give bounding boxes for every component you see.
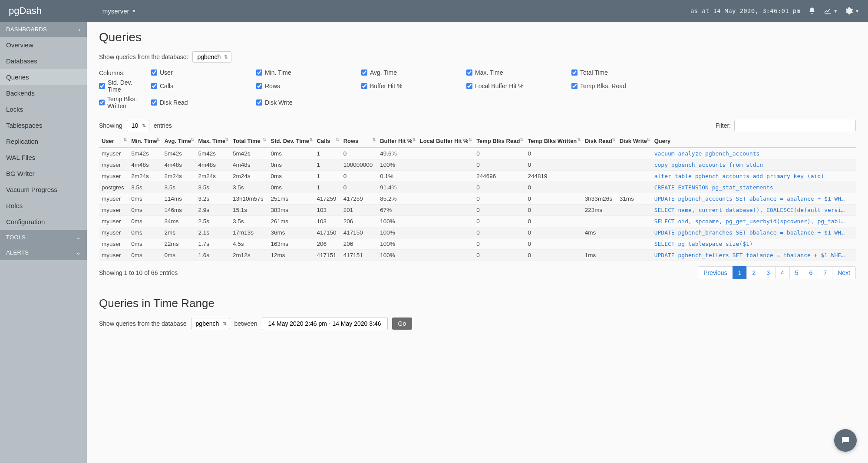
sidebar-item-replication[interactable]: Replication <box>0 133 87 149</box>
sort-icon: ⇅ <box>191 137 194 142</box>
pager-page[interactable]: 7 <box>818 266 832 279</box>
column-toggle-calls[interactable]: Calls <box>151 79 252 93</box>
server-selector[interactable]: myserver ▼ <box>102 7 136 15</box>
column-header[interactable]: Total Time⇅ <box>230 136 268 148</box>
pager-page[interactable]: 3 <box>761 266 776 279</box>
column-toggle-max-time[interactable]: Max. Time <box>466 69 567 76</box>
checkbox[interactable] <box>151 99 157 106</box>
sidebar-section-dashboards[interactable]: DASHBOARDS › <box>0 22 87 37</box>
query-link[interactable]: UPDATE pgbench_branches SET bbalance = b… <box>654 229 845 236</box>
sidebar-item-databases[interactable]: Databases <box>0 53 87 69</box>
time-range-input[interactable] <box>262 317 388 330</box>
cell-lbuf <box>417 193 474 204</box>
column-header[interactable]: Calls⇅ <box>314 136 341 148</box>
query-link[interactable]: SELECT name, current_database(), COALESC… <box>654 207 845 213</box>
column-toggle-local-buffer-hit-[interactable]: Local Buffer Hit % <box>466 79 567 93</box>
gear-icon[interactable]: ▼ <box>845 7 859 15</box>
sidebar-section-label: TOOLS <box>6 234 26 241</box>
go-button[interactable]: Go <box>392 317 413 330</box>
column-toggle-buffer-hit-[interactable]: Buffer Hit % <box>361 79 462 93</box>
checkbox[interactable] <box>571 83 578 89</box>
chat-icon <box>840 435 851 446</box>
pager-page[interactable]: 4 <box>775 266 790 279</box>
entries-select[interactable]: 10 <box>127 120 149 131</box>
cell-total: 3.5s <box>230 215 268 227</box>
sidebar-section-alerts[interactable]: ALERTS ⌄ <box>0 245 87 260</box>
checkbox[interactable] <box>151 83 157 89</box>
column-toggle-std-dev-time[interactable]: Std. Dev. Time <box>99 79 147 93</box>
db-select[interactable]: pgbench <box>192 51 231 63</box>
sort-icon: ⇅ <box>520 137 523 142</box>
sidebar-item-tablespaces[interactable]: Tablespaces <box>0 117 87 133</box>
checkbox[interactable] <box>571 69 578 76</box>
query-link[interactable]: SELECT oid, spcname, pg_get_userbyid(spc… <box>654 218 845 225</box>
cell-dr <box>582 215 617 227</box>
cell-rows: 0 <box>341 148 377 159</box>
query-link[interactable]: SELECT pg_tablespace_size($1) <box>654 241 845 247</box>
column-toggle-avg-time[interactable]: Avg. Time <box>361 69 462 76</box>
column-toggle-disk-read[interactable]: Disk Read <box>151 96 252 109</box>
checkbox[interactable] <box>151 69 157 76</box>
pager-next[interactable]: Next <box>832 266 856 279</box>
sort-icon: ⇅ <box>156 137 160 142</box>
column-toggle-user[interactable]: User <box>151 69 252 76</box>
bell-icon[interactable] <box>808 7 816 15</box>
checkbox[interactable] <box>361 69 367 76</box>
column-toggle-total-time[interactable]: Total Time <box>571 69 672 76</box>
column-toggle-disk-write[interactable]: Disk Write <box>256 96 357 109</box>
query-link[interactable]: CREATE EXTENSION pg_stat_statements <box>654 184 845 191</box>
column-header[interactable]: Disk Read⇅ <box>582 136 617 148</box>
column-toggle-temp-blks-written[interactable]: Temp Blks. Written <box>99 96 147 109</box>
pager-page[interactable]: 2 <box>746 266 761 279</box>
column-header[interactable]: Disk Write⇅ <box>617 136 652 148</box>
column-header[interactable]: Avg. Time⇅ <box>162 136 195 148</box>
column-header[interactable]: Temp Blks Read⇅ <box>474 136 525 148</box>
checkbox[interactable] <box>466 83 472 89</box>
checkbox[interactable] <box>256 83 262 89</box>
top-header: pgDash myserver ▼ as at 14 May 2020, 3:4… <box>0 0 868 22</box>
column-header[interactable]: Buffer Hit %⇅ <box>377 136 417 148</box>
sidebar-item-vacuum-progress[interactable]: Vacuum Progress <box>0 182 87 198</box>
query-link[interactable]: copy pgbench_accounts from stdin <box>654 162 845 168</box>
column-header[interactable]: Std. Dev. Time⇅ <box>268 136 314 148</box>
range-db-select[interactable]: pgbench <box>191 318 230 329</box>
cell-min: 0ms <box>129 238 162 249</box>
query-link[interactable]: vacuum analyze pgbench_accounts <box>654 150 845 157</box>
column-header[interactable]: User⇅ <box>99 136 129 148</box>
sidebar-item-wal-files[interactable]: WAL Files <box>0 149 87 165</box>
checkbox[interactable] <box>361 83 367 89</box>
cell-rows: 0 <box>341 182 377 193</box>
sidebar-item-roles[interactable]: Roles <box>0 198 87 214</box>
column-header[interactable]: Min. Time⇅ <box>129 136 162 148</box>
sidebar-item-queries[interactable]: Queries <box>0 69 87 85</box>
sidebar-item-bg-writer[interactable]: BG Writer <box>0 165 87 182</box>
sidebar-section-tools[interactable]: TOOLS ⌄ <box>0 230 87 245</box>
column-toggle-rows[interactable]: Rows <box>256 79 357 93</box>
sidebar-item-locks[interactable]: Locks <box>0 101 87 117</box>
query-link[interactable]: UPDATE pgbench_tellers SET tbalance = tb… <box>654 252 845 258</box>
column-header[interactable]: Max. Time⇅ <box>196 136 230 148</box>
column-toggle-temp-blks-read[interactable]: Temp Blks. Read <box>571 79 672 93</box>
checkbox[interactable] <box>466 69 472 76</box>
query-link[interactable]: UPDATE pgbench_accounts SET abalance = a… <box>654 195 845 202</box>
checkbox[interactable] <box>99 83 105 89</box>
pager-page[interactable]: 6 <box>804 266 818 279</box>
sidebar-item-configuration[interactable]: Configuration <box>0 214 87 230</box>
pager-page[interactable]: 1 <box>733 266 747 279</box>
checkbox[interactable] <box>99 99 105 106</box>
chart-icon[interactable]: ▼ <box>824 7 838 15</box>
filter-input[interactable] <box>734 120 856 131</box>
column-toggle-min-time[interactable]: Min. Time <box>256 69 357 76</box>
query-link[interactable]: alter table pgbench_accounts add primary… <box>654 173 845 179</box>
checkbox[interactable] <box>256 69 262 76</box>
column-header[interactable]: Query <box>652 136 856 148</box>
sidebar-item-backends[interactable]: Backends <box>0 85 87 101</box>
chat-fab[interactable] <box>834 429 857 452</box>
column-header[interactable]: Rows⇅ <box>341 136 377 148</box>
checkbox[interactable] <box>256 99 262 106</box>
pager-page[interactable]: 5 <box>789 266 804 279</box>
sidebar-item-overview[interactable]: Overview <box>0 37 87 53</box>
column-header[interactable]: Temp Blks Written⇅ <box>525 136 582 148</box>
pager-prev[interactable]: Previous <box>698 266 733 279</box>
column-header[interactable]: Local Buffer Hit %⇅ <box>417 136 474 148</box>
